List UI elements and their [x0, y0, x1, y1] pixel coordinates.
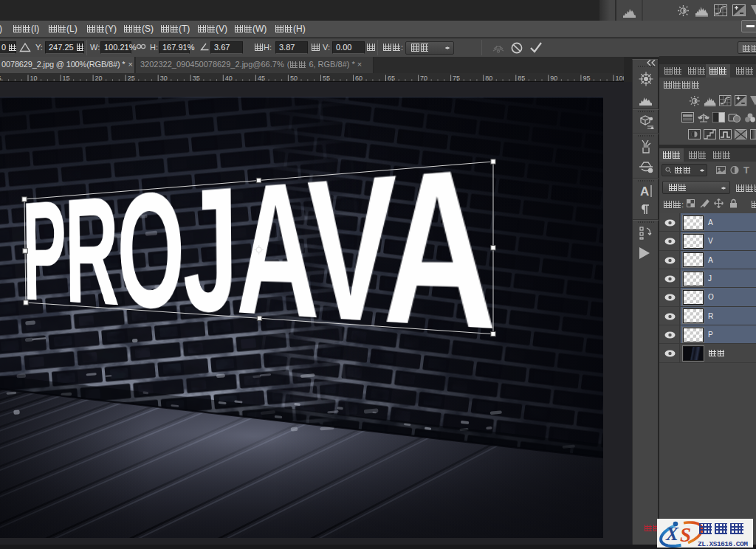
svg-text:55: 55 — [323, 75, 330, 82]
svg-text:80: 80 — [485, 75, 492, 82]
svg-text:35: 35 — [193, 75, 200, 82]
svg-text:10: 10 — [30, 75, 38, 82]
svg-text:50: 50 — [290, 75, 298, 82]
svg-text:15: 15 — [63, 75, 70, 82]
svg-text:65: 65 — [388, 75, 395, 82]
svg-text:S: S — [680, 524, 691, 546]
svg-text:40: 40 — [225, 75, 233, 82]
svg-text:45: 45 — [258, 75, 265, 82]
svg-text:95: 95 — [583, 75, 590, 82]
svg-text:X: X — [665, 524, 679, 544]
svg-text:30: 30 — [160, 75, 168, 82]
svg-text:20: 20 — [95, 75, 103, 82]
svg-text:ZL.XS1616.COM: ZL.XS1616.COM — [698, 540, 748, 548]
svg-text:90: 90 — [550, 75, 557, 82]
svg-text:100: 100 — [615, 75, 624, 82]
svg-text:75: 75 — [453, 75, 460, 82]
svg-text:70: 70 — [420, 75, 427, 82]
svg-text:A: A — [640, 184, 649, 198]
svg-text:60: 60 — [355, 75, 362, 82]
svg-text:5: 5 — [0, 75, 1, 82]
svg-text:85: 85 — [518, 75, 525, 82]
svg-text:25: 25 — [128, 75, 135, 82]
